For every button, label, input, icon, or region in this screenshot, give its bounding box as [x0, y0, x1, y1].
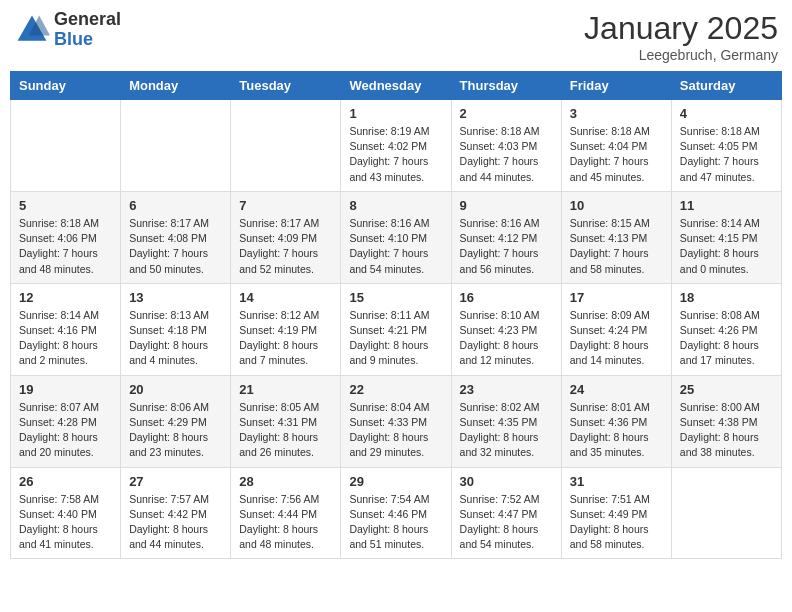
calendar-cell: 30Sunrise: 7:52 AM Sunset: 4:47 PM Dayli…: [451, 467, 561, 559]
day-info: Sunrise: 8:10 AM Sunset: 4:23 PM Dayligh…: [460, 308, 553, 369]
calendar-week-row: 19Sunrise: 8:07 AM Sunset: 4:28 PM Dayli…: [11, 375, 782, 467]
day-number: 23: [460, 382, 553, 397]
day-number: 12: [19, 290, 112, 305]
day-number: 11: [680, 198, 773, 213]
day-number: 14: [239, 290, 332, 305]
calendar-week-row: 12Sunrise: 8:14 AM Sunset: 4:16 PM Dayli…: [11, 283, 782, 375]
day-info: Sunrise: 8:14 AM Sunset: 4:15 PM Dayligh…: [680, 216, 773, 277]
day-info: Sunrise: 8:18 AM Sunset: 4:05 PM Dayligh…: [680, 124, 773, 185]
calendar-cell: 31Sunrise: 7:51 AM Sunset: 4:49 PM Dayli…: [561, 467, 671, 559]
day-info: Sunrise: 8:04 AM Sunset: 4:33 PM Dayligh…: [349, 400, 442, 461]
day-number: 4: [680, 106, 773, 121]
day-info: Sunrise: 8:06 AM Sunset: 4:29 PM Dayligh…: [129, 400, 222, 461]
day-number: 8: [349, 198, 442, 213]
calendar-cell: 23Sunrise: 8:02 AM Sunset: 4:35 PM Dayli…: [451, 375, 561, 467]
logo: General Blue: [14, 10, 121, 50]
calendar: SundayMondayTuesdayWednesdayThursdayFrid…: [10, 71, 782, 559]
calendar-cell: 4Sunrise: 8:18 AM Sunset: 4:05 PM Daylig…: [671, 100, 781, 192]
day-info: Sunrise: 7:52 AM Sunset: 4:47 PM Dayligh…: [460, 492, 553, 553]
calendar-cell: 26Sunrise: 7:58 AM Sunset: 4:40 PM Dayli…: [11, 467, 121, 559]
calendar-cell: [11, 100, 121, 192]
day-info: Sunrise: 8:15 AM Sunset: 4:13 PM Dayligh…: [570, 216, 663, 277]
day-info: Sunrise: 8:19 AM Sunset: 4:02 PM Dayligh…: [349, 124, 442, 185]
day-number: 24: [570, 382, 663, 397]
logo-general: General: [54, 10, 121, 30]
day-info: Sunrise: 8:13 AM Sunset: 4:18 PM Dayligh…: [129, 308, 222, 369]
day-info: Sunrise: 8:18 AM Sunset: 4:03 PM Dayligh…: [460, 124, 553, 185]
calendar-cell: 18Sunrise: 8:08 AM Sunset: 4:26 PM Dayli…: [671, 283, 781, 375]
day-number: 1: [349, 106, 442, 121]
day-info: Sunrise: 8:18 AM Sunset: 4:04 PM Dayligh…: [570, 124, 663, 185]
calendar-cell: 10Sunrise: 8:15 AM Sunset: 4:13 PM Dayli…: [561, 191, 671, 283]
calendar-header-row: SundayMondayTuesdayWednesdayThursdayFrid…: [11, 72, 782, 100]
calendar-cell: [671, 467, 781, 559]
day-of-week-header: Thursday: [451, 72, 561, 100]
calendar-cell: 3Sunrise: 8:18 AM Sunset: 4:04 PM Daylig…: [561, 100, 671, 192]
calendar-cell: 14Sunrise: 8:12 AM Sunset: 4:19 PM Dayli…: [231, 283, 341, 375]
calendar-cell: 9Sunrise: 8:16 AM Sunset: 4:12 PM Daylig…: [451, 191, 561, 283]
calendar-cell: 11Sunrise: 8:14 AM Sunset: 4:15 PM Dayli…: [671, 191, 781, 283]
day-info: Sunrise: 8:02 AM Sunset: 4:35 PM Dayligh…: [460, 400, 553, 461]
calendar-week-row: 26Sunrise: 7:58 AM Sunset: 4:40 PM Dayli…: [11, 467, 782, 559]
day-of-week-header: Wednesday: [341, 72, 451, 100]
day-info: Sunrise: 8:18 AM Sunset: 4:06 PM Dayligh…: [19, 216, 112, 277]
day-info: Sunrise: 7:54 AM Sunset: 4:46 PM Dayligh…: [349, 492, 442, 553]
day-of-week-header: Friday: [561, 72, 671, 100]
day-info: Sunrise: 8:17 AM Sunset: 4:08 PM Dayligh…: [129, 216, 222, 277]
calendar-cell: 17Sunrise: 8:09 AM Sunset: 4:24 PM Dayli…: [561, 283, 671, 375]
day-info: Sunrise: 7:57 AM Sunset: 4:42 PM Dayligh…: [129, 492, 222, 553]
day-number: 20: [129, 382, 222, 397]
logo-icon: [14, 12, 50, 48]
day-number: 6: [129, 198, 222, 213]
calendar-cell: 5Sunrise: 8:18 AM Sunset: 4:06 PM Daylig…: [11, 191, 121, 283]
day-of-week-header: Saturday: [671, 72, 781, 100]
calendar-cell: 15Sunrise: 8:11 AM Sunset: 4:21 PM Dayli…: [341, 283, 451, 375]
calendar-cell: 28Sunrise: 7:56 AM Sunset: 4:44 PM Dayli…: [231, 467, 341, 559]
day-number: 17: [570, 290, 663, 305]
day-number: 31: [570, 474, 663, 489]
day-info: Sunrise: 8:12 AM Sunset: 4:19 PM Dayligh…: [239, 308, 332, 369]
day-info: Sunrise: 8:17 AM Sunset: 4:09 PM Dayligh…: [239, 216, 332, 277]
calendar-cell: 25Sunrise: 8:00 AM Sunset: 4:38 PM Dayli…: [671, 375, 781, 467]
title-area: January 2025 Leegebruch, Germany: [584, 10, 778, 63]
day-of-week-header: Sunday: [11, 72, 121, 100]
day-number: 27: [129, 474, 222, 489]
calendar-cell: 22Sunrise: 8:04 AM Sunset: 4:33 PM Dayli…: [341, 375, 451, 467]
calendar-cell: [121, 100, 231, 192]
calendar-cell: 27Sunrise: 7:57 AM Sunset: 4:42 PM Dayli…: [121, 467, 231, 559]
calendar-cell: 19Sunrise: 8:07 AM Sunset: 4:28 PM Dayli…: [11, 375, 121, 467]
day-info: Sunrise: 8:08 AM Sunset: 4:26 PM Dayligh…: [680, 308, 773, 369]
day-info: Sunrise: 8:09 AM Sunset: 4:24 PM Dayligh…: [570, 308, 663, 369]
day-number: 22: [349, 382, 442, 397]
day-number: 29: [349, 474, 442, 489]
calendar-cell: 16Sunrise: 8:10 AM Sunset: 4:23 PM Dayli…: [451, 283, 561, 375]
calendar-week-row: 5Sunrise: 8:18 AM Sunset: 4:06 PM Daylig…: [11, 191, 782, 283]
day-info: Sunrise: 7:58 AM Sunset: 4:40 PM Dayligh…: [19, 492, 112, 553]
location: Leegebruch, Germany: [584, 47, 778, 63]
day-number: 5: [19, 198, 112, 213]
day-number: 26: [19, 474, 112, 489]
day-info: Sunrise: 8:16 AM Sunset: 4:12 PM Dayligh…: [460, 216, 553, 277]
logo-blue: Blue: [54, 30, 121, 50]
day-number: 9: [460, 198, 553, 213]
calendar-cell: [231, 100, 341, 192]
calendar-cell: 2Sunrise: 8:18 AM Sunset: 4:03 PM Daylig…: [451, 100, 561, 192]
month-year: January 2025: [584, 10, 778, 47]
calendar-cell: 1Sunrise: 8:19 AM Sunset: 4:02 PM Daylig…: [341, 100, 451, 192]
day-number: 16: [460, 290, 553, 305]
logo-text: General Blue: [54, 10, 121, 50]
calendar-cell: 24Sunrise: 8:01 AM Sunset: 4:36 PM Dayli…: [561, 375, 671, 467]
day-info: Sunrise: 8:14 AM Sunset: 4:16 PM Dayligh…: [19, 308, 112, 369]
day-number: 7: [239, 198, 332, 213]
calendar-cell: 8Sunrise: 8:16 AM Sunset: 4:10 PM Daylig…: [341, 191, 451, 283]
day-number: 30: [460, 474, 553, 489]
day-info: Sunrise: 8:01 AM Sunset: 4:36 PM Dayligh…: [570, 400, 663, 461]
day-of-week-header: Tuesday: [231, 72, 341, 100]
calendar-cell: 7Sunrise: 8:17 AM Sunset: 4:09 PM Daylig…: [231, 191, 341, 283]
day-info: Sunrise: 7:56 AM Sunset: 4:44 PM Dayligh…: [239, 492, 332, 553]
calendar-cell: 29Sunrise: 7:54 AM Sunset: 4:46 PM Dayli…: [341, 467, 451, 559]
day-number: 2: [460, 106, 553, 121]
day-of-week-header: Monday: [121, 72, 231, 100]
calendar-cell: 20Sunrise: 8:06 AM Sunset: 4:29 PM Dayli…: [121, 375, 231, 467]
day-number: 21: [239, 382, 332, 397]
